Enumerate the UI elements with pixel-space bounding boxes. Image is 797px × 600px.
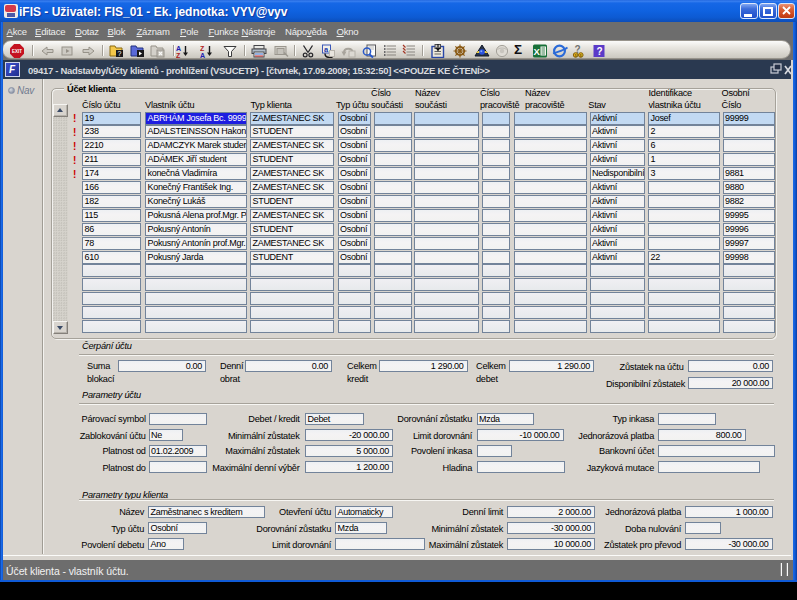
svg-text:A: A <box>176 45 181 52</box>
svg-text:X: X <box>534 46 541 57</box>
svg-text:?: ? <box>597 46 603 57</box>
svg-text:Z: Z <box>200 45 205 52</box>
svg-text:?: ? <box>118 50 122 57</box>
svg-text:Z: Z <box>176 52 181 59</box>
svg-text:A: A <box>200 52 205 59</box>
